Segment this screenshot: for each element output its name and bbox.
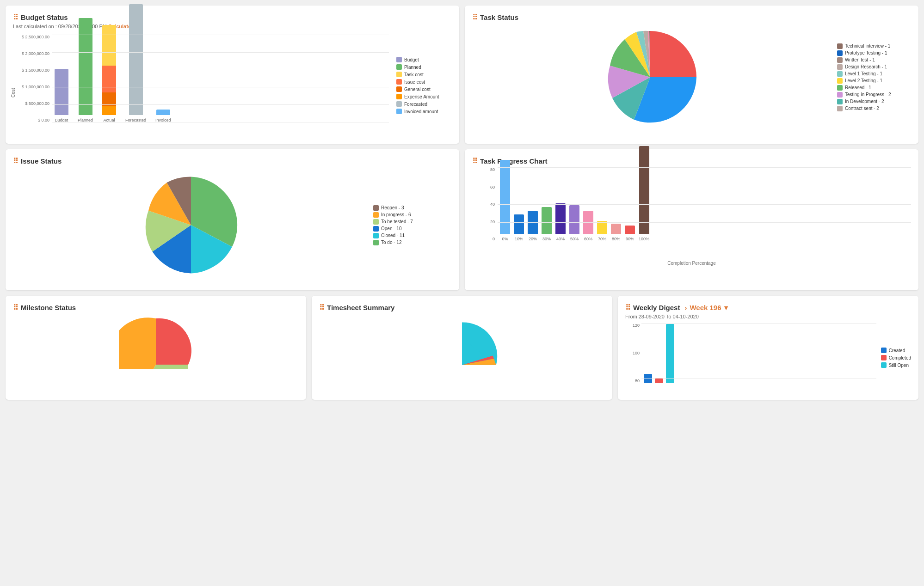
legend-item: Written test - 1 [837,57,911,63]
bar-chart-container: Cost $ 2,500,000.00 $ 2,000,000.00 $ 1,5… [13,35,389,136]
progress-bar-10: 10% [514,214,524,241]
legend-item: Technical interview - 1 [837,43,911,49]
issue-status-card: ⠿ Issue Status [6,149,459,290]
progress-bar-40: 40% [555,203,566,241]
x-axis-title: Completion Percentage [472,261,911,266]
task-pie-container [472,26,828,128]
progress-bar-70: 70% [597,221,607,241]
timesheet-dots-icon: ⠿ [319,303,324,312]
milestone-dots-icon: ⠿ [13,303,18,312]
progress-chart-area: 80 60 40 20 0 0% [472,167,911,266]
bottom-row: ⠿ Milestone Status ⠿ Timesheet Summary [6,296,918,400]
legend-item: Closed - 11 [373,233,447,238]
task-pie-area: Technical interview - 1 Prototype Testin… [472,26,911,128]
timesheet-pie-svg [420,314,504,369]
progress-y-labels: 80 60 40 20 0 [472,167,498,241]
task-pie-svg [599,26,701,128]
legend-item-still-open: Still Open [881,362,911,368]
bar-group-invoiced: Invoiced [155,110,171,122]
task-dots-icon: ⠿ [472,13,477,22]
progress-bar-90: 90% [625,226,635,241]
timesheet-title: ⠿ Timesheet Summary [319,303,605,312]
progress-bar-100: 100% [639,146,649,241]
weekly-bar-created [644,374,652,383]
bar-chart: $ 2,500,000.00 $ 2,000,000.00 $ 1,500,00… [13,35,389,136]
legend-item: Prototype Testing - 1 [837,50,911,56]
progress-bar-chart: 80 60 40 20 0 0% [472,167,911,260]
legend-item: To be tested - 7 [373,219,447,225]
bar-actual-stack [102,25,116,115]
task-legend: Technical interview - 1 Prototype Testin… [837,43,911,111]
timesheet-pie [319,314,605,369]
legend-item: Issue cost [396,79,452,85]
timesheet-card: ⠿ Timesheet Summary [312,296,612,400]
legend-item: Contract sent - 2 [837,106,911,111]
legend-item-created: Created [881,348,911,353]
legend-item-completed: Completed [881,355,911,360]
legend-item: General cost [396,86,452,92]
progress-bar-0: 0% [500,160,510,241]
budget-status-card: ⠿ Budget Status Last calculated on : 09/… [6,6,459,144]
milestone-card: ⠿ Milestone Status [6,296,306,400]
weekly-legend: Created Completed Still Open [881,323,911,392]
task-status-card: ⠿ Task Status [465,6,918,144]
issue-dots-icon: ⠿ [13,157,18,165]
milestone-pie-svg [119,314,193,369]
progress-bar-20: 20% [528,211,538,241]
bar-budget [55,69,68,115]
progress-dots-icon: ⠿ [472,157,477,165]
task-progress-card: ⠿ Task Progress Chart 80 60 40 20 0 [465,149,918,290]
weekly-digest-title: ⠿ Weekly Digest › Week 196 ▾ [625,303,911,312]
budget-chart-area: Cost $ 2,500,000.00 $ 2,000,000.00 $ 1,5… [13,35,452,136]
budget-dots-icon: ⠿ [13,13,18,22]
legend-item: Released - 1 [837,85,911,91]
milestone-title: ⠿ Milestone Status [13,303,299,312]
issue-legend: Reopen - 3 In progress - 6 To be tested … [373,205,447,245]
bar-forecasted [129,4,143,115]
weekly-bar-open [666,324,674,383]
progress-bar-50: 50% [569,205,579,241]
budget-legend: Budget Planned Task cost Issue cost Gene… [396,35,452,136]
legend-item: Design Research - 1 [837,64,911,70]
legend-item: Level 1 Testing - 1 [837,71,911,77]
legend-item: Budget [396,57,452,62]
bar-planned [79,18,92,115]
weekly-grid-lines [641,323,876,378]
milestone-pie [13,314,299,369]
weekly-chart-area: 120 100 80 [625,323,911,392]
task-progress-title: ⠿ Task Progress Chart [472,157,911,165]
legend-item: Forecasted [396,101,452,107]
bar-group-budget: Budget [55,69,68,122]
bar-invoiced [156,110,170,115]
issue-pie-svg [138,172,244,278]
legend-item: Reopen - 3 [373,205,447,211]
weekly-digest-card: ⠿ Weekly Digest › Week 196 ▾ From 28-09-… [618,296,918,400]
legend-item: Open - 10 [373,226,447,232]
weekly-dots-icon: ⠿ [625,303,630,312]
bar-group-forecasted: Forecasted [125,4,146,122]
legend-item: In Development - 2 [837,99,911,104]
weekly-bar-chart: 120 100 80 [625,323,876,392]
progress-bar-80: 80% [611,224,621,241]
legend-item: Level 2 Testing - 1 [837,78,911,84]
bar-group-actual: Actual [102,25,116,122]
issue-pie-container [18,172,364,278]
legend-item: Task cost [396,72,452,77]
bar-group-planned: Planned [78,18,93,122]
week-link[interactable]: Week 196 [690,304,721,311]
issue-chart-area: Reopen - 3 In progress - 6 To be tested … [13,167,452,283]
legend-item: To do - 12 [373,240,447,245]
progress-bar-30: 30% [542,207,552,241]
legend-item-invoiced: Invoiced amount [396,109,452,114]
week-dropdown-icon[interactable]: ▾ [724,304,728,312]
legend-item: Planned [396,64,452,70]
issue-status-title: ⠿ Issue Status [13,157,452,165]
weekly-y-labels: 120 100 80 [625,323,641,383]
date-range: From 28-09-2020 To 04-10-2020 [625,314,911,319]
task-status-title: ⠿ Task Status [472,13,911,22]
legend-item: In progress - 6 [373,212,447,218]
progress-bar-60: 60% [583,211,593,241]
weekly-bar-completed [655,378,663,383]
y-axis-labels: $ 2,500,000.00 $ 2,000,000.00 $ 1,500,00… [13,35,52,122]
legend-item: Testing in Progress - 2 [837,92,911,98]
